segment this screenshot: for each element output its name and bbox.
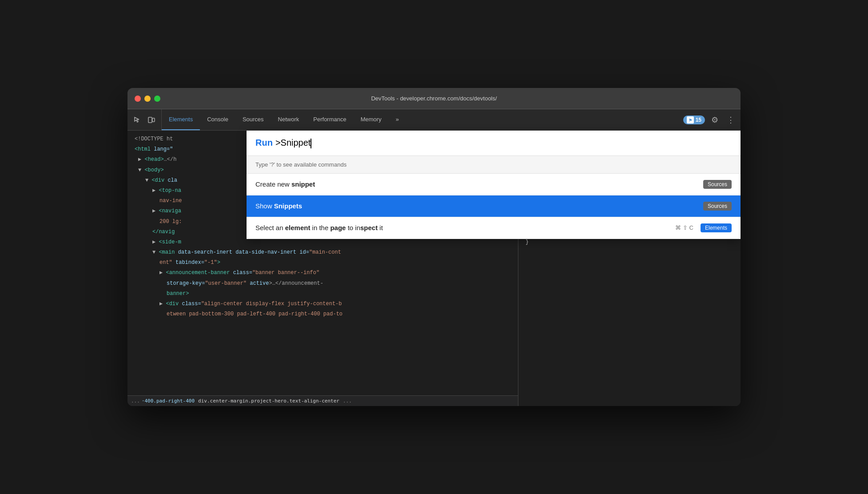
svg-rect-0 xyxy=(148,117,152,123)
titlebar: DevTools - developer.chrome.com/docs/dev… xyxy=(127,88,741,109)
tab-memory[interactable]: Memory xyxy=(354,109,389,130)
command-palette-item-select-element[interactable]: Select an element in the page to inspect… xyxy=(247,217,741,239)
traffic-lights xyxy=(135,96,160,102)
tab-console[interactable]: Console xyxy=(200,109,235,130)
tab-more[interactable]: » xyxy=(389,109,406,130)
window-title: DevTools - developer.chrome.com/docs/dev… xyxy=(371,95,497,102)
command-input[interactable]: >Snippet xyxy=(275,138,732,148)
breadcrumb: ... ·400.pad-right-400 div.center-margin… xyxy=(127,395,518,406)
inspect-icon[interactable] xyxy=(131,114,143,126)
html-line: banner> xyxy=(127,289,518,299)
item-text: Select an element in the page to inspect… xyxy=(255,224,675,231)
item-badge-sources: Sources xyxy=(703,202,732,211)
keyboard-shortcut: ⌘ ⇧ C xyxy=(675,224,693,231)
devtools-body: <!DOCTYPE ht <html lang=" ▶ <head>…</h ▼… xyxy=(127,131,741,406)
input-value: >Snippet xyxy=(275,138,311,147)
toolbar-right: ⚑ 15 ⚙ ⋮ xyxy=(680,109,741,130)
command-palette-input-row: Run >Snippet xyxy=(247,131,741,156)
svg-text:⚑: ⚑ xyxy=(689,118,692,122)
html-line: ▶ <div class="align-center display-flex … xyxy=(127,299,518,309)
item-text: Create new snippet xyxy=(255,180,703,188)
item-badge-elements: Elements xyxy=(701,223,732,232)
close-button[interactable] xyxy=(135,96,141,102)
issues-badge[interactable]: ⚑ 15 xyxy=(683,116,705,124)
command-palette-item-create-snippet[interactable]: Create new snippet Sources xyxy=(247,174,741,195)
item-badge-sources: Sources xyxy=(703,180,732,189)
issues-icon: ⚑ xyxy=(687,116,694,124)
more-options-icon[interactable]: ⋮ xyxy=(725,114,737,126)
text-cursor xyxy=(311,139,311,148)
devtools-toolbar: Elements Console Sources Network Perform… xyxy=(127,109,741,131)
command-palette-hint: Type '?' to see available commands xyxy=(247,156,741,174)
run-label: Run xyxy=(255,138,273,148)
item-text: Show Snippets xyxy=(255,202,703,210)
tab-network[interactable]: Network xyxy=(271,109,307,130)
maximize-button[interactable] xyxy=(154,96,160,102)
devtools-tabs: Elements Console Sources Network Perform… xyxy=(162,109,680,130)
html-line: ent" tabindex="-1"> xyxy=(127,258,518,268)
settings-icon[interactable]: ⚙ xyxy=(709,114,721,126)
html-line: etween pad-bottom-300 pad-left-400 pad-r… xyxy=(127,309,518,319)
html-line: ▼ <main data-search-inert data-side-nav-… xyxy=(127,247,518,258)
command-palette-item-show-snippets[interactable]: Show Snippets Sources xyxy=(247,195,741,217)
tab-sources[interactable]: Sources xyxy=(235,109,271,130)
html-line: ▶ <announcement-banner class="banner ban… xyxy=(127,268,518,278)
toolbar-icons xyxy=(127,109,162,130)
svg-rect-1 xyxy=(152,118,155,122)
minimize-button[interactable] xyxy=(144,96,151,102)
tab-elements[interactable]: Elements xyxy=(162,109,200,130)
devtools-window: DevTools - developer.chrome.com/docs/dev… xyxy=(127,88,741,406)
command-palette: Run >Snippet Type '?' to see available c… xyxy=(247,131,741,239)
html-line: storage-key="user-banner" active>…</anno… xyxy=(127,279,518,289)
tab-performance[interactable]: Performance xyxy=(306,109,353,130)
device-toolbar-icon[interactable] xyxy=(145,114,158,126)
